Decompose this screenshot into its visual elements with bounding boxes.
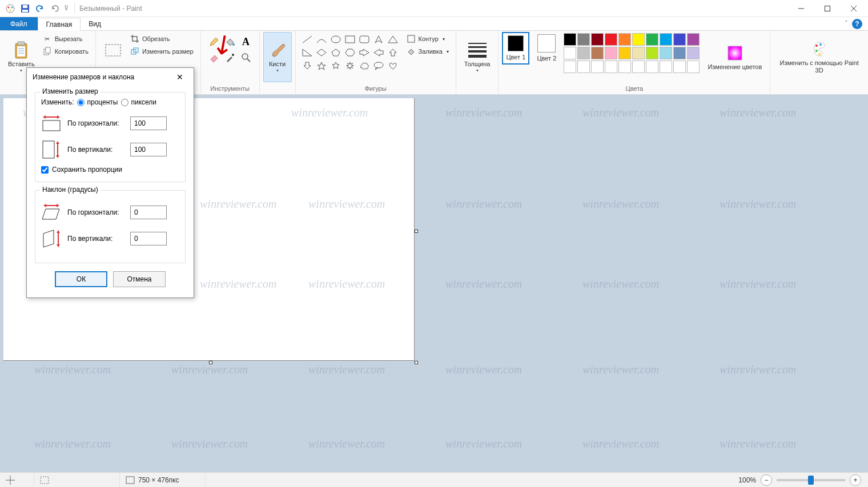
watermark: winreviewer.com (582, 198, 659, 211)
cancel-button[interactable]: Отмена (113, 271, 166, 287)
shapes-gallery[interactable] (299, 32, 401, 73)
svg-rect-19 (106, 45, 120, 56)
color-swatch[interactable] (591, 47, 604, 59)
group-colors: Цвет 1 Цвет 2 Изменение цветов Цвета (499, 31, 770, 94)
color-swatch[interactable] (673, 61, 686, 73)
color-swatch[interactable] (577, 61, 590, 73)
color1-button[interactable]: Цвет 1 (502, 32, 529, 65)
qat-dropdown[interactable]: ⊽ (64, 5, 69, 12)
eraser-tool[interactable] (207, 50, 222, 65)
status-canvas-size: 750 × 476пкс (120, 473, 206, 487)
zoom-thumb[interactable] (808, 476, 814, 485)
color-swatch[interactable] (605, 33, 617, 46)
brushes-button[interactable]: Кисти ▾ (263, 32, 292, 82)
color-swatch[interactable] (605, 61, 617, 73)
color-palette[interactable] (564, 32, 700, 73)
shape-outline-button[interactable]: Контур▾ (404, 33, 451, 45)
text-tool[interactable]: A (239, 34, 254, 49)
skew-horizontal-input[interactable] (130, 206, 167, 219)
color-swatch[interactable] (673, 47, 686, 59)
resize-horizontal-input[interactable] (130, 116, 167, 130)
minimize-ribbon-icon[interactable]: ˆ (845, 20, 847, 28)
zoom-slider[interactable] (777, 479, 845, 481)
svg-rect-13 (17, 46, 25, 57)
color-swatch[interactable] (618, 33, 631, 46)
shape-fill-button[interactable]: Заливка▾ (404, 46, 451, 57)
size-button[interactable]: Толщина ▾ (460, 32, 495, 82)
color-swatch[interactable] (646, 47, 658, 59)
paint3d-button[interactable]: Изменить с помощью Paint 3D (774, 32, 865, 82)
color-swatch[interactable] (660, 33, 672, 46)
color-swatch[interactable] (564, 33, 576, 46)
svg-point-22 (232, 43, 235, 46)
magnifier-tool[interactable] (239, 50, 254, 65)
radio-pixels[interactable]: пиксели (121, 98, 156, 106)
select-icon (104, 41, 122, 59)
watermark: winreviewer.com (308, 363, 385, 376)
color-swatch[interactable] (577, 33, 590, 46)
brush-icon (268, 41, 287, 59)
close-button[interactable] (841, 0, 867, 17)
color-swatch[interactable] (564, 47, 576, 59)
color-swatch[interactable] (618, 61, 631, 73)
color-swatch[interactable] (564, 61, 576, 73)
resize-button[interactable]: Изменить размер (128, 46, 196, 57)
tab-file[interactable]: Файл (0, 17, 38, 30)
tab-view[interactable]: Вид (81, 17, 109, 30)
minimize-button[interactable] (788, 0, 814, 17)
color-swatch[interactable] (646, 61, 658, 73)
help-icon[interactable]: ? (852, 19, 862, 29)
watermark: winreviewer.com (582, 277, 659, 291)
cut-button[interactable]: ✂Вырезать (41, 33, 91, 45)
color-swatch[interactable] (618, 47, 631, 59)
color-swatch[interactable] (660, 47, 672, 59)
picker-tool[interactable] (223, 50, 238, 65)
color-swatch[interactable] (687, 47, 700, 59)
color-swatch[interactable] (591, 33, 604, 46)
maximize-button[interactable] (814, 0, 841, 17)
redo-icon[interactable] (49, 3, 61, 14)
watermark: winreviewer.com (720, 106, 796, 119)
clipboard-icon (12, 41, 30, 59)
crop-button[interactable]: Обрезать (128, 33, 196, 45)
skew-vertical-input[interactable] (130, 232, 167, 245)
tab-home[interactable]: Главная (38, 18, 81, 31)
copy-button[interactable]: Копировать (41, 46, 91, 57)
dialog-close-button[interactable]: ✕ (172, 69, 188, 85)
color-swatch[interactable] (687, 61, 700, 73)
fill-tool[interactable] (223, 34, 238, 49)
radio-percent[interactable]: проценты (77, 98, 118, 106)
pencil-tool[interactable] (207, 34, 222, 49)
color-swatch[interactable] (660, 61, 672, 73)
color-swatch[interactable] (673, 33, 686, 46)
resize-handle-bottom[interactable] (209, 361, 212, 364)
zoom-out-button[interactable]: − (761, 474, 772, 486)
window-title: Безымянный - Paint (77, 5, 142, 13)
resize-handle-right[interactable] (415, 230, 418, 233)
resize-vertical-input[interactable] (130, 143, 167, 156)
color-swatch[interactable] (632, 61, 645, 73)
save-icon[interactable] (19, 3, 31, 14)
resize-handle-corner[interactable] (415, 361, 418, 364)
ok-button[interactable]: ОК (55, 271, 107, 287)
keep-ratio-checkbox[interactable] (41, 166, 49, 174)
zoom-in-button[interactable]: + (850, 474, 861, 486)
watermark: winreviewer.com (171, 363, 248, 376)
edit-colors-button[interactable]: Изменение цветов (703, 32, 766, 82)
watermark: winreviewer.com (720, 363, 796, 376)
color-swatch[interactable] (577, 47, 590, 59)
dialog-titlebar[interactable]: Изменение размеров и наклона ✕ (27, 68, 194, 86)
color-swatch[interactable] (646, 33, 658, 46)
svg-marker-58 (57, 204, 59, 207)
color2-button[interactable]: Цвет 2 (533, 32, 560, 65)
color-swatch[interactable] (687, 33, 700, 46)
color-swatch[interactable] (605, 47, 617, 59)
color-swatch[interactable] (632, 47, 645, 59)
color-swatch[interactable] (591, 61, 604, 73)
bucket-icon (407, 47, 416, 56)
svg-marker-37 (332, 62, 339, 69)
svg-point-1 (8, 6, 10, 8)
undo-icon[interactable] (34, 3, 46, 14)
watermark: winreviewer.com (720, 277, 796, 291)
color-swatch[interactable] (632, 33, 645, 46)
